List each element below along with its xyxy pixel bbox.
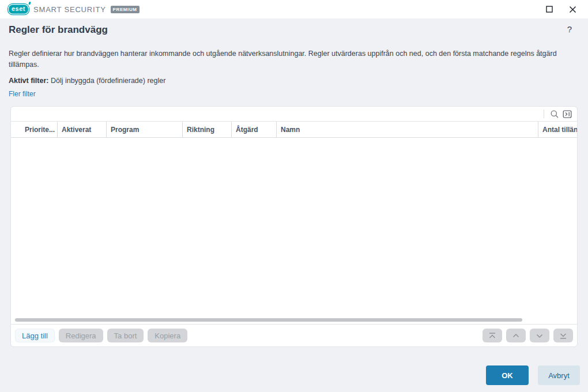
rules-table-panel: Priorite... Aktiverat Program Riktning Å… — [10, 106, 578, 347]
column-header-direction[interactable]: Riktning — [182, 122, 231, 137]
edit-rule-button: Redigera — [59, 329, 103, 342]
search-row — [11, 107, 577, 122]
eset-logo-icon: eset — [8, 4, 29, 14]
active-filter-line: Aktivt filter: Dölj inbyggda (fördefinie… — [9, 77, 165, 85]
search-button[interactable] — [548, 108, 561, 120]
move-down-button — [530, 329, 549, 342]
table-header-row: Priorite... Aktiverat Program Riktning Å… — [11, 122, 577, 138]
column-header-name[interactable]: Namn — [276, 122, 538, 137]
close-button[interactable] — [564, 2, 581, 17]
move-to-bottom-icon — [559, 332, 567, 340]
rule-action-buttons: Lägg till Redigera Ta bort Kopiera — [15, 329, 187, 342]
close-icon — [569, 6, 576, 13]
move-to-bottom-button — [553, 329, 573, 342]
move-up-button — [506, 329, 526, 342]
maximize-button[interactable] — [541, 2, 558, 17]
page-description: Regler definierar hur brandväggen hanter… — [9, 48, 581, 71]
active-filter-value: Dölj inbyggda (fördefinierade) regler — [51, 77, 165, 85]
table-body-empty — [11, 138, 577, 317]
column-header-priority[interactable]: Priorite... — [11, 122, 57, 137]
maximize-icon — [546, 6, 553, 13]
cancel-button[interactable]: Avbryt — [538, 365, 580, 385]
eset-logo-text: eset — [12, 5, 25, 12]
more-filters-link[interactable]: Fler filter — [9, 90, 36, 98]
horizontal-scrollbar-thumb[interactable] — [15, 318, 522, 322]
expand-panel-icon — [563, 110, 572, 119]
move-to-top-icon — [488, 332, 496, 340]
expand-panel-button[interactable] — [561, 108, 574, 120]
column-header-hit-count[interactable]: Antal tillän — [538, 122, 577, 137]
titlebar: eset SMART SECURITY PREMIUM — [0, 0, 588, 18]
copy-rule-button: Kopiera — [148, 329, 187, 342]
add-rule-button[interactable]: Lägg till — [15, 329, 55, 342]
premium-badge: PREMIUM — [111, 6, 140, 13]
search-input[interactable] — [16, 107, 540, 121]
active-filter-label: Aktivt filter: — [9, 77, 48, 85]
search-icon — [550, 110, 559, 119]
table-toolbar: Lägg till Redigera Ta bort Kopiera — [11, 324, 577, 346]
ok-button[interactable]: OK — [486, 365, 529, 385]
page-title: Regler för brandvägg — [9, 24, 108, 36]
column-header-enabled[interactable]: Aktiverat — [57, 122, 106, 137]
help-icon[interactable]: ? — [564, 24, 575, 34]
rule-move-buttons — [483, 329, 573, 342]
brand: eset SMART SECURITY PREMIUM — [8, 4, 140, 14]
product-name: SMART SECURITY — [33, 5, 106, 14]
horizontal-scrollbar-track — [11, 317, 577, 324]
move-down-icon — [536, 332, 544, 340]
delete-rule-button: Ta bort — [107, 329, 144, 342]
window-controls — [541, 2, 581, 17]
search-separator — [544, 110, 544, 118]
column-header-program[interactable]: Program — [106, 122, 182, 137]
move-up-icon — [512, 332, 520, 340]
column-header-action[interactable]: Åtgärd — [231, 122, 276, 137]
move-to-top-button — [483, 329, 502, 342]
